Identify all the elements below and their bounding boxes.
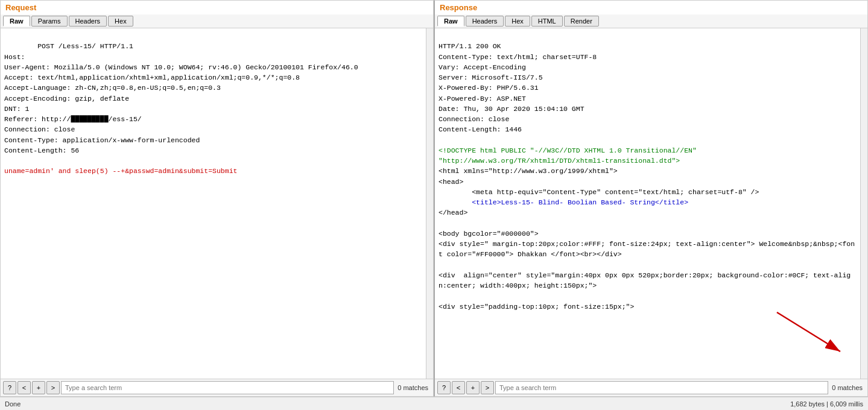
request-add-button[interactable]: +	[32, 381, 45, 394]
response-help-button[interactable]: ?	[437, 381, 451, 394]
request-match-count: 0 matches	[395, 384, 431, 391]
resp-status: HTTP/1.1 200 OK Content-Type: text/html;…	[439, 42, 597, 133]
response-match-count: 0 matches	[829, 384, 865, 391]
request-help-button[interactable]: ?	[3, 381, 16, 394]
request-panel: Request Raw Params Headers Hex POST /Les…	[0, 0, 434, 397]
tab-headers-request[interactable]: Headers	[69, 16, 107, 27]
tab-hex-response[interactable]: Hex	[505, 16, 530, 27]
status-right: 1,682 bytes | 6,009 millis	[790, 400, 863, 408]
request-title: Request	[1, 1, 433, 14]
request-search-input[interactable]	[61, 381, 394, 394]
resp-title: <title>Less-15- Blind- Boolian Based- St…	[472, 198, 688, 206]
tab-html-response[interactable]: HTML	[531, 16, 563, 27]
status-bar: Done 1,682 bytes | 6,009 millis	[0, 397, 868, 410]
resp-doctype: <!DOCTYPE html PUBLIC "-//W3C//DTD XHTML…	[439, 147, 697, 165]
response-prev-button[interactable]: <	[452, 381, 465, 394]
tab-render-response[interactable]: Render	[564, 16, 599, 27]
response-scrollbar[interactable]	[860, 28, 867, 379]
response-title: Response	[435, 1, 867, 14]
request-line-1: POST /Less-15/ HTTP/1.1 Host: User-Agent…	[4, 42, 358, 154]
status-left: Done	[5, 400, 21, 408]
tab-hex-request[interactable]: Hex	[108, 16, 133, 27]
request-body: uname=admin' and sleep(5) --+&passwd=adm…	[4, 167, 237, 175]
response-content: HTTP/1.1 200 OK Content-Type: text/html;…	[435, 28, 860, 379]
request-next-button[interactable]: >	[46, 381, 60, 394]
tab-params-request[interactable]: Params	[31, 16, 68, 27]
resp-head-close: </head> <body bgcolor="#000000"> <div st…	[439, 209, 855, 310]
tab-raw-response[interactable]: Raw	[437, 16, 464, 27]
response-search-input[interactable]	[495, 381, 828, 394]
request-search-bar: ? < + > 0 matches	[1, 379, 433, 396]
response-tabs: Raw Headers Hex HTML Render	[435, 14, 867, 28]
tab-raw-request[interactable]: Raw	[3, 16, 30, 27]
tab-headers-response[interactable]: Headers	[466, 16, 504, 27]
request-tabs: Raw Params Headers Hex	[1, 14, 433, 28]
request-content: POST /Less-15/ HTTP/1.1 Host: User-Agent…	[1, 28, 426, 379]
response-panel: Response Raw Headers Hex HTML Render HTT…	[434, 0, 868, 397]
response-search-bar: ? < + > 0 matches	[435, 379, 867, 396]
response-next-button[interactable]: >	[481, 381, 494, 394]
response-add-button[interactable]: +	[466, 381, 480, 394]
request-prev-button[interactable]: <	[17, 381, 31, 394]
request-scrollbar[interactable]	[426, 28, 433, 379]
